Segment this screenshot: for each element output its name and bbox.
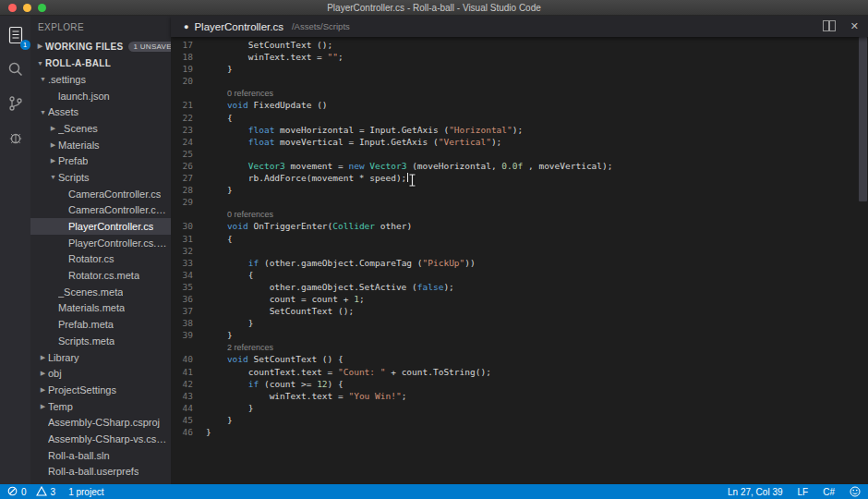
feedback-smiley-icon[interactable] [850, 486, 861, 497]
code-line[interactable]: 35 other.gameObject.SetActive (false); [171, 281, 868, 293]
code-line[interactable]: 42 if (count >= 12) { [171, 378, 868, 390]
code-line[interactable]: 32 [171, 245, 868, 257]
code-line[interactable]: 44 } [171, 402, 868, 414]
code-line[interactable]: 45 } [171, 414, 868, 426]
line-number: 37 [171, 305, 202, 317]
tree-item-assembly-csharp-vs-csproj[interactable]: Assembly-CSharp-vs.csproj [30, 431, 171, 447]
code-line[interactable]: 18 winText.text = ""; [171, 51, 868, 63]
code-line[interactable]: 34 { [171, 269, 868, 281]
line-number: 35 [171, 281, 202, 293]
tree-item-label: PlayerController.cs.meta [68, 237, 171, 249]
tree-item-rotator-cs-meta[interactable]: Rotator.cs.meta [30, 267, 171, 284]
code-line[interactable]: 24 float moveVertical = Input.GetAxis ("… [171, 136, 868, 148]
tree-item-label: _Scenes.meta [58, 286, 123, 298]
zoom-window-button[interactable] [38, 4, 46, 12]
code-line[interactable]: 21 void FixedUpdate () [171, 99, 868, 111]
line-number: 19 [171, 63, 202, 75]
tree-item-launch-json[interactable]: launch.json [30, 88, 171, 104]
line-text: } [202, 63, 233, 75]
code-line[interactable]: 19 } [171, 63, 868, 75]
code-line[interactable]: 29 [171, 196, 868, 208]
tree-item-scripts[interactable]: ▼Scripts [30, 169, 171, 186]
code-line[interactable]: 46} [171, 426, 868, 438]
tree-item-label: Rotator.cs [68, 253, 115, 264]
code-editor[interactable]: 17 SetCountText ();18 winText.text = "";… [171, 37, 868, 484]
tree-item--settings[interactable]: ▼.settings [30, 71, 171, 88]
code-line[interactable]: 28 } [171, 184, 868, 196]
code-line[interactable]: 31 { [171, 233, 868, 245]
tree-item-playercontroller-cs[interactable]: PlayerController.cs [30, 218, 171, 235]
line-text: float moveHorizontal = Input.GetAxis ("H… [202, 124, 523, 136]
split-editor-icon[interactable] [823, 18, 836, 35]
cursor-position[interactable]: Ln 27, Col 39 [728, 487, 783, 497]
chevron-right-icon: ▶ [38, 354, 48, 361]
code-line[interactable]: 39 } [171, 329, 868, 341]
tab-filename[interactable]: PlayerController.cs [194, 21, 283, 32]
eol-indicator[interactable]: LF [798, 487, 809, 497]
tree-item-materials-meta[interactable]: Materials.meta [30, 300, 171, 317]
dirty-indicator-icon: ● [184, 22, 188, 31]
code-line[interactable]: 25 [171, 148, 868, 160]
code-line[interactable]: 26 Vector3 movement = new Vector3 (moveH… [171, 160, 868, 172]
tree-item--scenes[interactable]: ▶_Scenes [30, 120, 171, 137]
vertical-scrollbar[interactable] [859, 37, 867, 201]
codelens-row[interactable]: 0 references [171, 87, 868, 99]
error-count: 0 [21, 487, 27, 497]
code-line[interactable]: 30 void OnTriggerEnter(Collider other) [171, 220, 868, 232]
tree-item-temp[interactable]: ▶Temp [30, 398, 171, 415]
git-activity-button[interactable] [6, 95, 26, 116]
code-line[interactable]: 23 float moveHorizontal = Input.GetAxis … [171, 124, 868, 136]
tree-item-assembly-csharp-csproj[interactable]: Assembly-CSharp.csproj [30, 414, 171, 431]
explorer-activity-button[interactable]: 1 [6, 27, 26, 47]
code-line[interactable]: 40 void SetCountText () { [171, 353, 868, 365]
tree-item-cameracontroller-cs-meta[interactable]: CameraController.cs.meta [30, 202, 171, 219]
line-number: 22 [171, 112, 202, 124]
codelens-row[interactable]: 2 references [171, 341, 868, 353]
code-line[interactable]: 38 } [171, 317, 868, 329]
tree-item-roll-a-ball-sln[interactable]: Roll-a-ball.sln [30, 447, 171, 464]
code-line[interactable]: 27 rb.AddForce(movement * speed); [171, 172, 868, 184]
tree-item--scenes-meta[interactable]: _Scenes.meta [30, 284, 171, 300]
line-text: void FixedUpdate () [202, 99, 328, 111]
tree-item-playercontroller-cs-meta[interactable]: PlayerController.cs.meta [30, 235, 171, 251]
code-line[interactable]: 36 count = count + 1; [171, 293, 868, 305]
search-activity-button[interactable] [6, 61, 26, 81]
project-root-header[interactable]: ▼ ROLL-A-BALL [30, 55, 171, 71]
code-line[interactable]: 22 { [171, 112, 868, 124]
tree-item-label: launch.json [58, 91, 110, 102]
code-line[interactable]: 20 [171, 75, 868, 87]
tree-item-cameracontroller-cs[interactable]: CameraController.cs [30, 186, 171, 202]
tree-item-prefab-meta[interactable]: Prefab.meta [30, 316, 171, 333]
tree-item-projectsettings[interactable]: ▶ProjectSettings [30, 382, 171, 398]
line-text: } [202, 317, 253, 329]
tree-item-label: Assets [48, 106, 78, 117]
debug-activity-button[interactable] [6, 129, 26, 150]
debug-bug-icon [7, 129, 24, 150]
project-status[interactable]: 1 project [68, 487, 103, 497]
problems-indicator[interactable]: 0 3 [7, 486, 55, 498]
tree-item-scripts-meta[interactable]: Scripts.meta [30, 333, 171, 349]
close-icon[interactable]: ✕ [850, 20, 859, 32]
tree-item-materials[interactable]: ▶Materials [30, 137, 171, 153]
tree-item-rotator-cs[interactable]: Rotator.cs [30, 251, 171, 268]
codelens-row[interactable]: 0 references [171, 208, 868, 220]
tree-item-prefab[interactable]: ▶Prefab [30, 152, 171, 169]
code-line[interactable]: 37 SetCountText (); [171, 305, 868, 317]
tree-item-roll-a-ball-userprefs[interactable]: Roll-a-ball.userprefs [30, 464, 171, 481]
language-mode[interactable]: C# [823, 487, 835, 497]
unsaved-count-badge: 1 [20, 40, 30, 50]
working-files-header[interactable]: ▶ WORKING FILES 1 UNSAVED [30, 38, 171, 55]
line-number: 29 [171, 196, 202, 208]
code-line[interactable]: 43 winText.text = "You Win!"; [171, 390, 868, 402]
tree-item-label: Scripts.meta [58, 335, 115, 347]
tree-item-library[interactable]: ▶Library [30, 349, 171, 366]
code-line[interactable]: 33 if (other.gameObject.CompareTag ("Pic… [171, 257, 868, 269]
code-line[interactable]: 17 SetCountText (); [171, 39, 868, 51]
tree-item-assets[interactable]: ▼Assets [30, 103, 171, 120]
tree-item-obj[interactable]: ▶obj [30, 365, 171, 382]
line-text [202, 148, 206, 160]
minimize-window-button[interactable] [23, 4, 31, 12]
close-window-button[interactable] [8, 4, 17, 12]
code-line[interactable]: 41 countText.text = "Count: " + count.To… [171, 366, 868, 378]
project-root-label: ROLL-A-BALL [45, 58, 111, 68]
